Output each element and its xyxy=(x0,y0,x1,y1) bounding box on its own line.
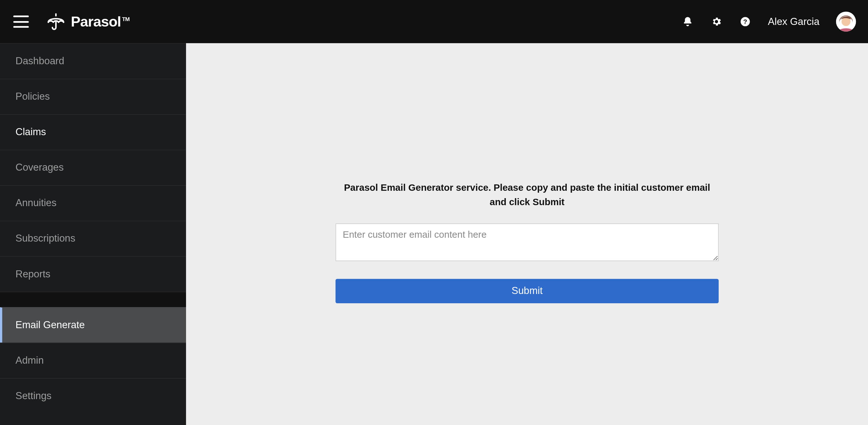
sidebar-item-label: Coverages xyxy=(16,162,64,173)
sidebar-item-label: Settings xyxy=(16,390,52,402)
help-icon[interactable]: ? xyxy=(739,16,751,28)
svg-text:?: ? xyxy=(743,18,747,25)
sidebar-item-label: Reports xyxy=(16,268,51,280)
sidebar-item-label: Subscriptions xyxy=(16,233,75,245)
sidebar-item-coverages[interactable]: Coverages xyxy=(0,149,186,185)
sidebar-item-label: Policies xyxy=(16,91,50,103)
topbar-actions: ? Alex Garcia xyxy=(682,11,856,31)
gear-icon[interactable] xyxy=(710,16,722,28)
sidebar-item-policies[interactable]: Policies xyxy=(0,79,186,114)
sidebar-item-settings[interactable]: Settings xyxy=(0,378,186,414)
bell-icon[interactable] xyxy=(682,16,694,28)
submit-button[interactable]: Submit xyxy=(335,279,719,303)
topbar: ParasolTM ? Alex Garcia xyxy=(0,0,868,43)
sidebar-item-reports[interactable]: Reports xyxy=(0,256,186,292)
sidebar-item-label: Dashboard xyxy=(16,55,64,67)
instructions-text: Parasol Email Generator service. Please … xyxy=(335,181,719,210)
sidebar-item-claims[interactable]: Claims xyxy=(0,114,186,149)
user-name[interactable]: Alex Garcia xyxy=(768,16,819,27)
sidebar-item-label: Annuities xyxy=(16,197,57,209)
sidebar-item-label: Claims xyxy=(16,126,46,138)
brand[interactable]: ParasolTM xyxy=(46,12,130,31)
main-content: Parasol Email Generator service. Please … xyxy=(186,43,868,425)
umbrella-icon xyxy=(46,12,65,31)
sidebar-item-subscriptions[interactable]: Subscriptions xyxy=(0,221,186,256)
sidebar-item-admin[interactable]: Admin xyxy=(0,343,186,378)
sidebar-item-email-generate[interactable]: Email Generate xyxy=(0,307,186,343)
avatar[interactable] xyxy=(836,11,856,31)
sidebar: Dashboard Policies Claims Coverages Annu… xyxy=(0,43,186,425)
sidebar-item-label: Email Generate xyxy=(16,319,85,331)
customer-email-input[interactable] xyxy=(335,223,719,261)
sidebar-item-label: Admin xyxy=(16,355,44,366)
sidebar-item-dashboard[interactable]: Dashboard xyxy=(0,43,186,79)
menu-icon[interactable] xyxy=(13,16,29,28)
brand-name: ParasolTM xyxy=(71,13,130,30)
sidebar-item-annuities[interactable]: Annuities xyxy=(0,185,186,221)
sidebar-divider xyxy=(0,292,186,307)
